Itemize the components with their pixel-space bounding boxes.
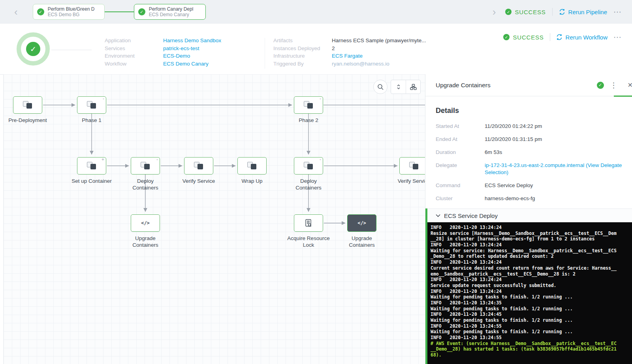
check-icon: ✓ [505, 9, 512, 15]
expand-vertical-button[interactable] [391, 80, 406, 94]
stage-card-2[interactable]: ✓Perform Canary DeplECS Demo Canary [134, 4, 206, 20]
field-value[interactable]: Harness Demo Sandbox [163, 37, 221, 45]
detail-row-ended-at: Ended At11/20/2020 01:31:15 pm [436, 136, 628, 143]
workflow-more-button[interactable]: ⋯ [613, 32, 622, 42]
panel-close-button[interactable]: ✕ [628, 81, 632, 89]
workflow-canvas[interactable]: Pre-Deployment-Phase 1-Phase 2+Set up Co… [3, 74, 425, 364]
sitemap-icon [410, 84, 417, 90]
log-line: __Demo__28) has started 1 tasks: (task b… [431, 346, 632, 352]
node-label: Deploy Containers [124, 178, 167, 191]
log-line: Waiting for pending tasks to finish. 1/2… [431, 294, 632, 300]
log-section: ECS Service Deploy INFO 2020-11-20 13:24… [425, 208, 632, 364]
log-line: INFO 2020-11-20 13:24:45 [431, 311, 632, 317]
node-upgrade-containers-1[interactable]: </> [131, 214, 160, 232]
field-label: Infrastructure [273, 52, 332, 60]
steps-icon [87, 101, 96, 109]
field-value[interactable]: patrick-ecs-test [163, 45, 221, 53]
divider [51, 50, 92, 50]
check-icon: ✓ [26, 42, 40, 56]
log-line: INFO 2020-11-20 13:24:55 [431, 323, 632, 329]
node-phase-1[interactable]: - [77, 96, 106, 114]
workflow-field-row: Triggered Byryan.nelson@harness.io [273, 60, 426, 68]
log-line: Current service desired count return fro… [431, 265, 632, 271]
detail-row-cluster: Clusterharness-demo-ecs-fg [436, 195, 628, 202]
detail-row-duration: Duration6m 53s [436, 149, 628, 156]
canvas-toolbar [373, 80, 421, 94]
node-setup-container[interactable]: + [77, 157, 106, 174]
collapse-toggle[interactable]: - [156, 157, 158, 162]
log-console[interactable]: INFO 2020-11-20 13:24:24Resize service [… [427, 222, 632, 364]
log-line: INFO 2020-11-20 13:24:24 [431, 277, 632, 283]
node-label: Set up Container [70, 178, 113, 184]
rerun-icon [559, 9, 565, 15]
field-value[interactable]: ECS-Demo [163, 52, 221, 60]
panel-header: Upgrade Containers ✓ ⋮ ✕ [425, 74, 632, 96]
workflow-success-icon: ✓ [17, 32, 50, 66]
step-menu-button[interactable]: ⋮ [610, 81, 617, 90]
detail-row-started-at: Started At11/20/2020 01:24:22 pm [436, 123, 628, 130]
node-pre-deployment[interactable] [13, 96, 42, 114]
node-label: Upgrade Containers [340, 235, 384, 248]
log-line: INFO 2020-11-20 13:24:24 [431, 289, 632, 295]
workflow-status-label: SUCCESS [513, 34, 544, 41]
magnifier-icon [377, 84, 384, 90]
collapse-toggle[interactable]: - [320, 96, 321, 101]
node-verify-service-1[interactable] [184, 157, 213, 174]
node-upgrade-containers-2[interactable]: </> [347, 214, 376, 232]
log-line: Service update request successfully subm… [431, 283, 632, 289]
prev-stage-button[interactable]: ‹ [11, 7, 21, 17]
steps-icon [194, 162, 203, 170]
log-line: INFO 2020-11-20 13:24:24 [431, 225, 632, 231]
collapse-toggle[interactable]: + [102, 157, 104, 162]
field-label: Instances Deployed [273, 45, 332, 53]
node-deploy-containers-1[interactable]: - [131, 157, 160, 174]
node-label: Phase 2 [287, 117, 330, 124]
workflow-fields-left: ApplicationHarness Demo SandboxServicesp… [105, 37, 221, 68]
node-label: Verify Service [392, 178, 425, 184]
up-down-arrows-icon [395, 84, 402, 90]
rerun-pipeline-button[interactable]: Rerun Pipeline [559, 9, 607, 15]
details-heading: Details [436, 107, 628, 115]
detail-value: 6m 53s [485, 149, 628, 156]
node-phase-2[interactable]: - [294, 96, 323, 114]
next-stage-button[interactable]: › [489, 7, 499, 17]
detail-label: Cluster [436, 195, 485, 202]
zoom-button[interactable] [373, 80, 387, 94]
field-label: Services [105, 45, 163, 53]
detail-value: 11/20/2020 01:24:22 pm [485, 123, 628, 130]
detail-value[interactable]: ip-172-31-4-23.us-east-2.compute.interna… [485, 162, 628, 176]
detail-row-delegate: Delegateip-172-31-4-23.us-east-2.compute… [436, 162, 628, 176]
steps-icon [87, 162, 96, 170]
layout-graph-button[interactable] [406, 80, 420, 94]
field-value[interactable]: ECS Fargate [332, 52, 426, 60]
pipeline-topbar-right: › ✓ SUCCESS Rerun Pipeline ⋯ [489, 7, 632, 17]
log-line: INFO 2020-11-20 13:24:55 [431, 335, 632, 341]
rerun-pipeline-label: Rerun Pipeline [568, 9, 607, 15]
node-verify-service-2[interactable] [399, 157, 425, 174]
collapse-toggle[interactable]: - [320, 157, 321, 162]
code-icon: </> [357, 220, 366, 226]
rerun-workflow-button[interactable]: Rerun Workflow [556, 34, 608, 41]
log-line: Waiting for service: Harness__Demo__Sand… [431, 248, 632, 254]
node-acquire-resource-lock[interactable] [294, 214, 323, 232]
stage-card-1[interactable]: ✓Perform Blue/Green DECS Demo BG [33, 4, 105, 20]
detail-label: Delegate [436, 162, 485, 176]
log-line: Resize service [Harness__Demo__Sandbox__… [431, 231, 632, 236]
step-details-panel: Upgrade Containers ✓ ⋮ ✕ Details Started… [425, 74, 632, 364]
steps-icon [141, 162, 150, 170]
divider [552, 8, 553, 16]
check-icon: ✓ [503, 34, 510, 40]
pipeline-more-button[interactable]: ⋯ [613, 7, 622, 17]
code-icon: </> [141, 220, 150, 226]
node-label: Upgrade Containers [124, 235, 167, 248]
node-deploy-containers-2[interactable]: - [294, 157, 323, 174]
pipeline-stages: ✓Perform Blue/Green DECS Demo BG✓Perform… [33, 4, 206, 20]
collapse-toggle[interactable]: - [103, 96, 104, 101]
log-line: INFO 2020-11-20 13:24:24 [431, 242, 632, 248]
node-wrap-up[interactable] [237, 157, 267, 174]
node-label: Deploy Containers [287, 178, 330, 191]
field-label: Triggered By [273, 60, 332, 68]
field-value[interactable]: ryan.nelson@harness.io [332, 60, 426, 68]
field-value[interactable]: ECS Demo Canary [163, 60, 221, 68]
log-section-header[interactable]: ECS Service Deploy [427, 208, 632, 222]
